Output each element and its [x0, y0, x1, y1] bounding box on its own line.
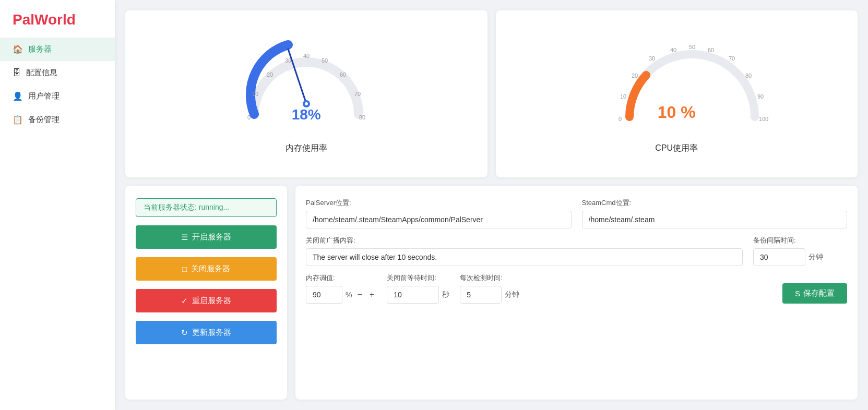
svg-text:100: 100 — [759, 116, 768, 122]
sidebar-item-label-config: 配置信息 — [26, 68, 57, 78]
svg-text:40: 40 — [303, 53, 310, 59]
memory-plus-button[interactable]: + — [367, 289, 376, 300]
stop-icon: □ — [182, 264, 187, 273]
svg-text:60: 60 — [708, 47, 714, 53]
memory-gauge-card: 0 10 20 30 40 50 60 70 80 18% 内存使用率 — [125, 10, 487, 177]
svg-text:50: 50 — [322, 57, 328, 64]
check-interval-input[interactable] — [460, 286, 502, 304]
start-server-button[interactable]: ☰ 开启服务器 — [136, 225, 277, 249]
svg-text:60: 60 — [340, 71, 346, 78]
memory-gauge-svg-wrap: 0 10 20 30 40 50 60 70 80 18% — [239, 23, 374, 138]
svg-text:70: 70 — [354, 91, 361, 97]
svg-text:40: 40 — [670, 47, 676, 53]
sidebar-item-backup[interactable]: 📋 备份管理 — [0, 108, 115, 131]
svg-text:80: 80 — [745, 73, 752, 79]
memory-threshold-label: 内存调值: — [306, 273, 376, 283]
svg-text:30: 30 — [285, 57, 291, 64]
server-nav-icon: 🏠 — [13, 44, 23, 54]
update-icon: ↻ — [181, 328, 188, 337]
svg-text:30: 30 — [649, 55, 655, 62]
palserver-input[interactable] — [306, 211, 572, 228]
sidebar-item-server[interactable]: 🏠 服务器 — [0, 38, 115, 61]
users-nav-icon: 👤 — [13, 91, 23, 101]
config-row-3: 内存调值: % − + 关闭前等待时间: 秒 每次检 — [306, 273, 847, 304]
close-wait-label: 关闭前等待时间: — [387, 273, 449, 283]
cpu-gauge-svg-wrap: 0 10 20 30 40 50 60 70 80 90 100 10 % — [609, 23, 744, 138]
backup-interval-input-row: 分钟 — [753, 248, 847, 266]
broadcast-label: 关闭前广播内容: — [306, 236, 743, 245]
memory-gauge-value: 18% — [292, 106, 321, 123]
cpu-gauge-card: 0 10 20 30 40 50 60 70 80 90 100 10 % CP… — [496, 10, 858, 177]
memory-minus-button[interactable]: − — [355, 289, 364, 300]
svg-text:50: 50 — [689, 44, 695, 50]
config-row-1: PalServer位置: SteamCmd位置: — [306, 198, 847, 228]
close-wait-input-row: 秒 — [387, 286, 449, 304]
svg-text:20: 20 — [632, 73, 638, 79]
backup-interval-field: 备份间隔时间: 分钟 — [753, 236, 847, 266]
cpu-gauge-value: 10 % — [658, 103, 696, 122]
check-interval-input-row: 分钟 — [460, 286, 519, 304]
sidebar-item-label-backup: 备份管理 — [28, 115, 60, 125]
restart-server-button[interactable]: ✓ 重启服务器 — [136, 289, 277, 312]
save-config-button[interactable]: S 保存配置 — [782, 283, 847, 304]
app-logo: PalWorld — [0, 0, 115, 38]
palserver-field: PalServer位置: — [306, 198, 572, 228]
broadcast-field: 关闭前广播内容: — [306, 236, 743, 266]
close-wait-input[interactable] — [387, 286, 439, 304]
svg-text:10: 10 — [620, 93, 626, 100]
main-content: 0 10 20 30 40 50 60 70 80 18% 内存使用率 — [115, 0, 868, 410]
save-icon: S — [795, 289, 800, 298]
svg-text:80: 80 — [359, 114, 365, 120]
close-wait-unit: 秒 — [442, 290, 449, 299]
svg-text:90: 90 — [757, 93, 764, 100]
close-wait-field: 关闭前等待时间: 秒 — [387, 273, 449, 304]
restart-icon: ✓ — [181, 296, 188, 306]
gauge-row: 0 10 20 30 40 50 60 70 80 18% 内存使用率 — [125, 10, 858, 177]
svg-text:10: 10 — [252, 91, 258, 97]
palserver-label: PalServer位置: — [306, 198, 572, 208]
sidebar-item-label-server: 服务器 — [28, 44, 52, 54]
svg-text:0: 0 — [247, 114, 251, 120]
bottom-row: 当前服务器状态: running... ☰ 开启服务器 □ 关闭服务器 ✓ 重启… — [125, 186, 858, 400]
backup-interval-label: 备份间隔时间: — [753, 236, 847, 245]
memory-threshold-unit: % — [346, 291, 352, 299]
memory-threshold-field: 内存调值: % − + — [306, 273, 376, 304]
start-icon: ☰ — [181, 233, 188, 242]
backup-interval-unit: 分钟 — [808, 252, 823, 262]
steamcmd-label: SteamCmd位置: — [582, 198, 848, 208]
config-card: PalServer位置: SteamCmd位置: 关闭前广播内容: 备份间隔时间… — [295, 186, 858, 400]
backup-nav-icon: 📋 — [13, 115, 23, 125]
svg-point-11 — [305, 102, 308, 105]
memory-threshold-input-row: % − + — [306, 286, 376, 304]
sidebar-item-users[interactable]: 👤 用户管理 — [0, 85, 115, 108]
check-interval-field: 每次检测时间: 分钟 — [460, 273, 519, 304]
server-control-card: 当前服务器状态: running... ☰ 开启服务器 □ 关闭服务器 ✓ 重启… — [125, 186, 287, 400]
svg-text:0: 0 — [619, 116, 622, 122]
memory-gauge-title: 内存使用率 — [286, 143, 327, 154]
memory-threshold-input[interactable] — [306, 286, 342, 304]
cpu-gauge-title: CPU使用率 — [655, 143, 698, 154]
config-nav-icon: 🗄 — [13, 68, 21, 78]
steamcmd-field: SteamCmd位置: — [582, 198, 848, 228]
backup-interval-input[interactable] — [753, 248, 805, 266]
svg-text:20: 20 — [267, 71, 273, 78]
steamcmd-input[interactable] — [582, 211, 848, 228]
broadcast-input[interactable] — [306, 248, 743, 266]
sidebar-item-config[interactable]: 🗄 配置信息 — [0, 61, 115, 85]
server-status-badge: 当前服务器状态: running... — [136, 198, 277, 217]
sidebar-item-label-users: 用户管理 — [28, 91, 60, 101]
stop-server-button[interactable]: □ 关闭服务器 — [136, 257, 277, 281]
sidebar: PalWorld 🏠 服务器🗄 配置信息👤 用户管理📋 备份管理 — [0, 0, 115, 410]
update-server-button[interactable]: ↻ 更新服务器 — [136, 321, 277, 344]
check-interval-label: 每次检测时间: — [460, 273, 519, 283]
svg-text:70: 70 — [729, 55, 735, 62]
config-row-2: 关闭前广播内容: 备份间隔时间: 分钟 — [306, 236, 847, 266]
check-interval-unit: 分钟 — [505, 290, 519, 299]
